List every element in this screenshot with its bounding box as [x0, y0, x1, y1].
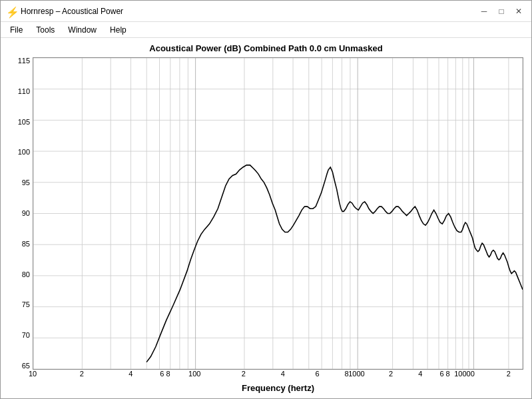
title-bar-left: ⚡ Hornresp – Acoustical Power	[6, 6, 123, 17]
window-controls: ─ □ ✕	[477, 4, 526, 19]
menu-tools[interactable]: Tools	[29, 24, 61, 36]
x-label-6b: 6	[315, 370, 319, 378]
x-axis-labels: 10 2 4 6 8 100 2 4 6 8 1000 2 4 6 8 1000…	[33, 370, 523, 383]
power-curve	[146, 165, 523, 362]
window-title: Hornresp – Acoustical Power	[21, 7, 123, 16]
x-label-2a: 2	[80, 370, 84, 378]
x-label-68c: 6 8	[439, 370, 449, 378]
menu-bar: File Tools Window Help	[1, 22, 531, 38]
y-label-85: 85	[22, 240, 30, 248]
x-label-100: 100	[188, 370, 200, 378]
x-label-4b: 4	[281, 370, 285, 378]
chart-area: Acoustical Power (dB) Combined Path 0.0 …	[1, 38, 531, 398]
x-label-10: 10	[29, 370, 37, 378]
x-label-68a: 6 8	[160, 370, 170, 378]
y-label-80: 80	[22, 271, 30, 278]
y-label-75: 75	[22, 301, 30, 308]
x-label-2d: 2	[507, 370, 511, 378]
y-label-90: 90	[22, 210, 30, 217]
main-window: ⚡ Hornresp – Acoustical Power ─ □ ✕ File…	[0, 0, 532, 399]
app-icon: ⚡	[6, 6, 17, 17]
x-label-2c: 2	[389, 370, 393, 378]
y-label-70: 70	[22, 332, 30, 339]
y-label-115: 115	[18, 57, 30, 65]
menu-help[interactable]: Help	[103, 24, 133, 36]
x-axis-title-container: Frequency (hertz)	[33, 383, 523, 393]
y-label-100: 100	[18, 149, 30, 156]
menu-file[interactable]: File	[3, 24, 29, 36]
x-label-1000: 1000	[348, 370, 364, 378]
menu-window[interactable]: Window	[61, 24, 103, 36]
x-label-2b: 2	[242, 370, 246, 378]
y-label-65: 65	[22, 362, 30, 370]
plot-svg	[33, 58, 523, 369]
chart-title: Acoustical Power (dB) Combined Path 0.0 …	[149, 43, 382, 53]
y-axis-labels: 115 110 105 100 95 90 85 80 75 70 65	[9, 57, 33, 370]
maximize-button[interactable]: □	[494, 4, 509, 19]
close-button[interactable]: ✕	[511, 4, 526, 19]
title-bar: ⚡ Hornresp – Acoustical Power ─ □ ✕	[1, 1, 531, 22]
y-label-110: 110	[18, 88, 30, 95]
x-axis-title: Frequency (hertz)	[242, 383, 314, 393]
plot-area[interactable]	[33, 57, 523, 370]
x-label-4a: 4	[129, 370, 133, 378]
minimize-button[interactable]: ─	[477, 4, 491, 19]
y-label-105: 105	[18, 119, 30, 126]
x-label-10000: 10000	[454, 370, 475, 378]
x-label-4c: 4	[418, 370, 422, 378]
y-label-95: 95	[22, 179, 30, 187]
